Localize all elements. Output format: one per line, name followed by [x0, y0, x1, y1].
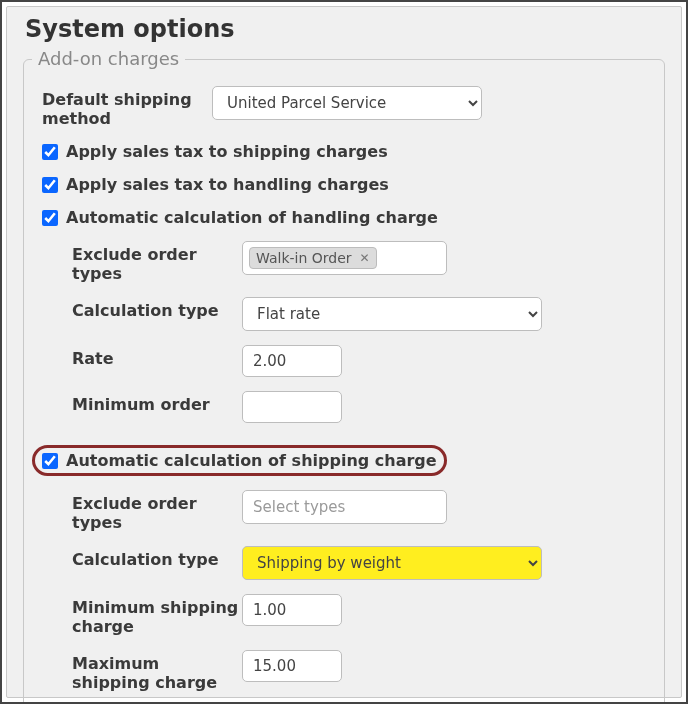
- shipping-max-label: Maximum shipping charge: [72, 650, 242, 692]
- default-shipping-label: Default shipping method: [42, 86, 212, 128]
- fieldset-legend: Add-on charges: [32, 48, 185, 69]
- auto-shipping-label: Automatic calculation of shipping charge: [66, 451, 437, 470]
- tax-handling-label: Apply sales tax to handling charges: [66, 175, 389, 194]
- shipping-exclude-label: Exclude order types: [72, 490, 242, 532]
- handling-exclude-label: Exclude order types: [72, 241, 242, 283]
- close-icon[interactable]: ✕: [360, 251, 370, 265]
- handling-minorder-input[interactable]: [242, 391, 342, 423]
- shipping-exclude-placeholder: Select types: [249, 498, 345, 516]
- handling-calctype-select[interactable]: Flat rate: [242, 297, 542, 331]
- shipping-min-input[interactable]: [242, 594, 342, 626]
- default-shipping-select[interactable]: United Parcel Service: [212, 86, 482, 120]
- auto-handling-label: Automatic calculation of handling charge: [66, 208, 438, 227]
- shipping-calctype-label: Calculation type: [72, 546, 242, 569]
- handling-minorder-label: Minimum order: [72, 391, 242, 414]
- tax-shipping-label: Apply sales tax to shipping charges: [66, 142, 388, 161]
- handling-calctype-label: Calculation type: [72, 297, 242, 320]
- handling-rate-label: Rate: [72, 345, 242, 368]
- page-title: System options: [25, 15, 665, 43]
- handling-rate-input[interactable]: [242, 345, 342, 377]
- auto-shipping-checkbox[interactable]: [42, 453, 58, 469]
- tax-handling-checkbox[interactable]: [42, 177, 58, 193]
- shipping-exclude-field[interactable]: Select types: [242, 490, 447, 524]
- shipping-min-label: Minimum shipping charge: [72, 594, 242, 636]
- handling-exclude-tag: Walk-in Order ✕: [249, 247, 377, 269]
- handling-exclude-field[interactable]: Walk-in Order ✕: [242, 241, 447, 275]
- tax-shipping-checkbox[interactable]: [42, 144, 58, 160]
- shipping-calctype-select[interactable]: Shipping by weight: [242, 546, 542, 580]
- shipping-max-input[interactable]: [242, 650, 342, 682]
- auto-handling-checkbox[interactable]: [42, 210, 58, 226]
- addon-charges-fieldset: Add-on charges Default shipping method U…: [23, 59, 665, 704]
